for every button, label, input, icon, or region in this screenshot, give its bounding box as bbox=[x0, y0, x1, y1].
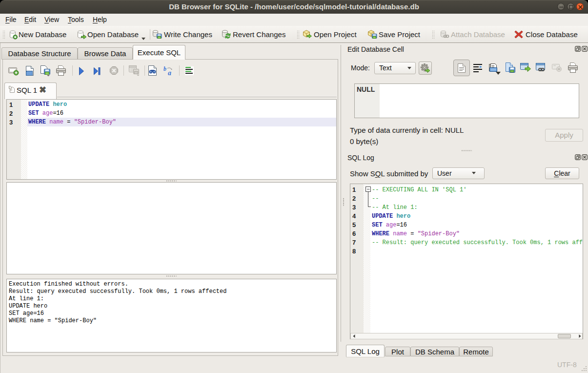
svg-text:a: a bbox=[168, 69, 171, 76]
svg-text:b: b bbox=[163, 66, 166, 72]
